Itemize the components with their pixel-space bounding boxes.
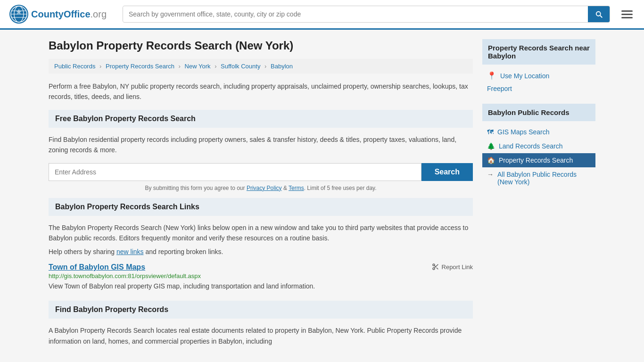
breadcrumb-sep-2: › bbox=[179, 63, 181, 70]
link-entry-header: Town of Babylon GIS Maps Report Link bbox=[49, 263, 473, 272]
all-records-link[interactable]: All Babylon Public Records (New York) bbox=[497, 171, 591, 186]
svg-line-10 bbox=[436, 268, 438, 270]
sidebar-item-land-records[interactable]: 🌲 Land Records Search bbox=[482, 139, 595, 153]
breadcrumb-babylon[interactable]: Babylon bbox=[271, 63, 293, 70]
free-search-section: Free Babylon Property Records Search Fin… bbox=[49, 110, 473, 191]
public-records-title: Babylon Public Records bbox=[482, 104, 595, 121]
link-entry: Town of Babylon GIS Maps Report Link htt… bbox=[49, 263, 473, 291]
links-heading: Babylon Property Records Search Links bbox=[49, 198, 473, 216]
nearby-section: Property Records Search near Babylon 📍 U… bbox=[482, 39, 595, 96]
all-records-row: → All Babylon Public Records (New York) bbox=[482, 167, 595, 189]
header-search-button[interactable] bbox=[588, 6, 610, 22]
help-prefix: Help others by sharing bbox=[49, 248, 116, 255]
page-title: Babylon Property Records Search (New Yor… bbox=[49, 39, 473, 52]
logo-area: CountyOffice.org bbox=[9, 5, 113, 24]
new-links-link[interactable]: new links bbox=[116, 248, 144, 255]
freeport-link[interactable]: Freeport bbox=[487, 85, 512, 92]
search-icon bbox=[594, 10, 603, 18]
land-records-label: Land Records Search bbox=[499, 142, 562, 150]
svg-point-8 bbox=[433, 268, 435, 270]
report-link-label: Report Link bbox=[442, 263, 473, 271]
breadcrumb-sep-4: › bbox=[264, 63, 266, 70]
use-location-row: 📍 Use My Location bbox=[482, 68, 595, 83]
link-title-anchor[interactable]: Town of Babylon GIS Maps bbox=[49, 263, 145, 271]
form-note: By submitting this form you agree to our… bbox=[49, 185, 473, 191]
scissors-icon bbox=[432, 263, 439, 271]
arrow-icon: → bbox=[487, 171, 494, 178]
use-location-link[interactable]: Use My Location bbox=[500, 72, 549, 80]
report-link-button[interactable]: Report Link bbox=[432, 263, 473, 271]
form-note-and: & bbox=[282, 185, 289, 191]
sidebar-item-property-records[interactable]: 🏠 Property Records Search bbox=[482, 153, 595, 167]
address-search-row: Search bbox=[49, 163, 473, 181]
sidebar: Property Records Search near Babylon 📍 U… bbox=[482, 39, 595, 346]
logo-text: CountyOffice.org bbox=[31, 9, 107, 20]
breadcrumb-sep-1: › bbox=[99, 63, 101, 70]
link-title: Town of Babylon GIS Maps bbox=[49, 263, 145, 272]
location-pin-icon: 📍 bbox=[487, 71, 496, 80]
property-records-label: Property Records Search bbox=[499, 156, 573, 164]
sidebar-item-gis-maps[interactable]: 🗺 GIS Maps Search bbox=[482, 125, 595, 139]
header-search-bar bbox=[123, 6, 610, 23]
privacy-policy-link[interactable]: Privacy Policy bbox=[247, 185, 282, 191]
site-header: CountyOffice.org bbox=[0, 0, 644, 30]
find-description: A Babylon Property Records Search locate… bbox=[49, 325, 473, 346]
free-search-heading: Free Babylon Property Records Search bbox=[49, 110, 473, 128]
logo-icon bbox=[9, 5, 28, 24]
breadcrumb-public-records[interactable]: Public Records bbox=[54, 63, 95, 70]
main-layout: Babylon Property Records Search (New Yor… bbox=[39, 30, 605, 356]
links-section: Babylon Property Records Search Links Th… bbox=[49, 198, 473, 292]
svg-point-7 bbox=[433, 264, 435, 266]
gis-maps-label: GIS Maps Search bbox=[497, 128, 550, 136]
help-text: Help others by sharing new links and rep… bbox=[49, 248, 473, 255]
help-suffix: and reporting broken links. bbox=[144, 248, 223, 255]
form-note-prefix: By submitting this form you agree to our bbox=[145, 185, 246, 191]
nearby-title: Property Records Search near Babylon bbox=[482, 39, 595, 65]
tree-icon: 🌲 bbox=[487, 142, 495, 150]
breadcrumb-new-york[interactable]: New York bbox=[185, 63, 211, 70]
breadcrumb-sep-3: › bbox=[215, 63, 216, 70]
free-search-description: Find Babylon residential property record… bbox=[49, 134, 473, 156]
form-note-suffix: . Limit of 5 free uses per day. bbox=[304, 185, 377, 191]
links-description: The Babylon Property Records Search (New… bbox=[49, 222, 473, 244]
map-icon: 🗺 bbox=[487, 128, 494, 136]
page-description: Perform a free Babylon, NY public proper… bbox=[49, 81, 473, 102]
breadcrumb-property-records-search[interactable]: Property Records Search bbox=[106, 63, 174, 70]
terms-link[interactable]: Terms bbox=[289, 185, 304, 191]
breadcrumb-suffolk-county[interactable]: Suffolk County bbox=[221, 63, 260, 70]
address-search-button[interactable]: Search bbox=[421, 163, 473, 181]
link-url: http://gis.townofbabylon.com:81/orpsview… bbox=[49, 272, 473, 280]
breadcrumb: Public Records › Property Records Search… bbox=[49, 59, 473, 74]
content-area: Babylon Property Records Search (New Yor… bbox=[49, 39, 473, 346]
link-desc: View Town of Babylon real property GIS m… bbox=[49, 281, 473, 291]
header-search-input[interactable] bbox=[123, 7, 588, 22]
address-input[interactable] bbox=[49, 163, 421, 181]
public-records-section: Babylon Public Records 🗺 GIS Maps Search… bbox=[482, 104, 595, 189]
find-heading: Find Babylon Property Records bbox=[49, 301, 473, 319]
menu-button[interactable] bbox=[619, 7, 635, 22]
find-section: Find Babylon Property Records A Babylon … bbox=[49, 301, 473, 346]
freeport-link-row: Freeport bbox=[482, 83, 595, 96]
home-icon: 🏠 bbox=[487, 156, 495, 164]
svg-line-11 bbox=[434, 266, 436, 267]
